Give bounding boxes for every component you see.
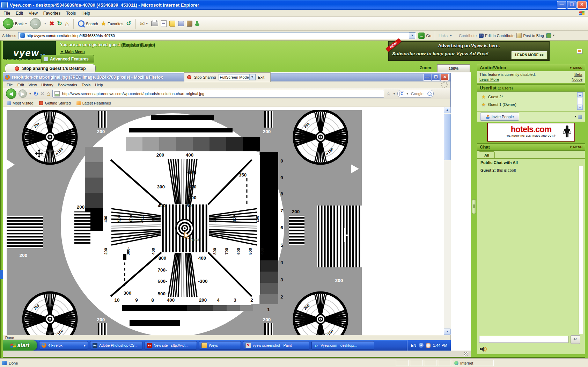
audio-video-header[interactable]: Audio/Video ▼ MENU bbox=[477, 64, 585, 71]
address-input[interactable] bbox=[26, 33, 409, 38]
scroll-up-icon[interactable]: ▲ bbox=[444, 107, 451, 113]
panel-divider[interactable] bbox=[472, 199, 476, 214]
ff-menu-bookmarks[interactable]: Bookmarks bbox=[58, 83, 77, 87]
invite-people-button[interactable]: Invite People bbox=[480, 113, 519, 121]
screen-mode-select[interactable]: FullScreen Mode▼ bbox=[219, 74, 256, 80]
back-button[interactable]: ←Back▼ bbox=[3, 18, 27, 29]
ie-menu-view[interactable]: View bbox=[29, 11, 38, 16]
edit-in-contribute-link[interactable]: Ct Edit in Contribute bbox=[479, 34, 514, 38]
taskbar-button-firefox[interactable]: 4 Firefox▾ bbox=[39, 341, 88, 350]
userlist-options-dropdown-icon[interactable]: ▼ bbox=[574, 115, 577, 118]
history-icon[interactable]: ↺ bbox=[126, 21, 131, 27]
bookmark-star-icon[interactable]: ☆ bbox=[386, 91, 391, 97]
resize-grip-icon[interactable] bbox=[464, 352, 468, 356]
overlay-stop-sharing[interactable]: Stop Sharing bbox=[194, 75, 216, 79]
notes-icon[interactable] bbox=[169, 21, 175, 27]
ff-home-icon[interactable]: ⌂ bbox=[46, 90, 50, 98]
ff-refresh-icon[interactable]: ↻ bbox=[34, 91, 38, 97]
scrollbar-thumb[interactable] bbox=[444, 114, 451, 160]
refresh-icon[interactable]: ↻ bbox=[57, 21, 62, 27]
notice-link[interactable]: Notice bbox=[572, 77, 582, 81]
chat-sound-icon[interactable] bbox=[480, 346, 487, 352]
learn-more-button[interactable]: LEARN MORE >> bbox=[512, 51, 547, 59]
edit-icon[interactable] bbox=[161, 20, 167, 27]
combo-dropdown-icon[interactable]: ▼ bbox=[249, 74, 255, 80]
discuss-icon[interactable] bbox=[178, 21, 184, 26]
tray-collapse-icon[interactable]: ◀ bbox=[419, 343, 424, 348]
links-chevron-icon[interactable]: » bbox=[450, 34, 452, 37]
userlist-settings-icon[interactable] bbox=[578, 115, 582, 119]
ff-url-input[interactable] bbox=[61, 91, 382, 96]
bookmark-most-visited[interactable]: Most Visited bbox=[7, 101, 34, 105]
ff-menu-history[interactable]: History bbox=[41, 83, 53, 87]
userlist-scroll-up-icon[interactable]: ▲ bbox=[577, 92, 583, 97]
contribute-link[interactable]: Contribute bbox=[459, 34, 477, 38]
taskbar-button-folder[interactable]: Weys bbox=[199, 341, 241, 350]
ff-back-button[interactable]: ◀ bbox=[6, 88, 16, 99]
hotels-ad[interactable]: hotels.com WE KNOW HOTELS INSIDE AND OUT… bbox=[487, 123, 575, 142]
tab-desktop-share[interactable]: Desktop Share bbox=[4, 56, 36, 61]
userlist-scroll-track[interactable] bbox=[577, 97, 583, 105]
ff-minimize-button[interactable]: — bbox=[423, 74, 431, 81]
ie-menu-file[interactable]: File bbox=[3, 11, 10, 16]
research-icon[interactable] bbox=[187, 21, 192, 27]
ff-history-dropdown-icon[interactable]: ▼ bbox=[29, 93, 31, 95]
ff-menu-file[interactable]: File bbox=[7, 83, 13, 87]
search-button[interactable]: Search bbox=[78, 20, 98, 27]
forward-button[interactable]: → bbox=[30, 18, 41, 29]
taskbar-button-paint[interactable]: ✎vyew screenshot - Paint bbox=[243, 341, 309, 350]
tray-language[interactable]: EN bbox=[411, 343, 416, 347]
userlist-row[interactable]: ★Guest 2* bbox=[482, 93, 585, 101]
bookmark-getting-started[interactable]: Getting Started bbox=[39, 101, 71, 105]
close-button[interactable]: ✕ bbox=[577, 1, 587, 9]
taskbar-button-photoshop[interactable]: PsAdobe Photoshop CS... bbox=[90, 341, 142, 350]
chat-tab-all[interactable]: All bbox=[479, 151, 495, 159]
ie-menu-help[interactable]: Help bbox=[81, 11, 90, 16]
links-label[interactable]: Links bbox=[439, 34, 448, 38]
stop-sharing-desktop-button[interactable]: Stop Sharing Guest 1's Desktop bbox=[5, 64, 96, 73]
url-dropdown-icon[interactable]: ▼ bbox=[393, 93, 395, 95]
beta-link[interactable]: Beta bbox=[574, 72, 582, 77]
register-link[interactable]: (Register) bbox=[121, 42, 141, 47]
ie-menu-edit[interactable]: Edit bbox=[16, 11, 23, 16]
post-to-blog-link[interactable]: Post to Blog bbox=[516, 33, 544, 38]
ie-menu-tools[interactable]: Tools bbox=[66, 11, 76, 16]
ff-search-field[interactable]: G ▼ bbox=[397, 90, 434, 98]
audio-video-menu[interactable]: ▼ MENU bbox=[569, 66, 582, 70]
chat-scrollbar-track[interactable] bbox=[579, 166, 583, 334]
ff-menu-edit[interactable]: Edit bbox=[17, 83, 24, 87]
scroll-down-icon[interactable]: ▼ bbox=[444, 329, 451, 335]
ff-stop-icon[interactable]: ✕ bbox=[40, 91, 44, 96]
messenger-icon[interactable] bbox=[195, 21, 200, 26]
maximize-button[interactable]: ❐ bbox=[567, 1, 576, 9]
go-button[interactable]: → Go bbox=[418, 33, 431, 39]
minimize-button[interactable]: — bbox=[557, 1, 566, 9]
favorites-button[interactable]: ★Favorites bbox=[101, 20, 124, 27]
mail-button[interactable]: ✉▼ bbox=[140, 21, 148, 27]
ff-vertical-scrollbar[interactable]: ▲ ▼ bbox=[444, 107, 451, 335]
ff-maximize-button[interactable]: ❐ bbox=[432, 74, 440, 81]
ff-url-field[interactable] bbox=[52, 90, 384, 98]
taskbar-button-filezilla[interactable]: FzNew site - sftp://vict... bbox=[145, 341, 197, 350]
chat-send-button[interactable]: ↵ bbox=[571, 335, 580, 344]
address-field[interactable]: ▼ bbox=[18, 32, 416, 39]
ff-menu-help[interactable]: Help bbox=[95, 83, 103, 87]
bookmark-latest-headlines[interactable]: Latest Headlines bbox=[76, 101, 111, 105]
ie-menu-favorites[interactable]: Favorites bbox=[43, 11, 60, 16]
userlist-header[interactable]: Userlist (2 users) bbox=[477, 84, 585, 92]
tab-advanced-features[interactable]: Advanced Features bbox=[41, 55, 94, 63]
login-link[interactable]: (Login) bbox=[141, 42, 155, 47]
ff-menu-view[interactable]: View bbox=[29, 83, 37, 87]
java-tray-icon[interactable] bbox=[426, 343, 431, 348]
chat-input[interactable] bbox=[479, 336, 568, 343]
zoom-value-button[interactable]: 100% bbox=[437, 64, 470, 73]
ff-search-input[interactable] bbox=[410, 91, 426, 96]
main-menu-link[interactable]: ▼ Main Menu bbox=[60, 50, 85, 54]
userlist-row[interactable]: ★Guest 1 (Owner) bbox=[482, 101, 585, 108]
userlist-scroll-down-icon[interactable]: ▼ bbox=[577, 105, 583, 110]
learn-more-link[interactable]: Learn More bbox=[479, 77, 499, 81]
start-button[interactable]: start bbox=[3, 340, 37, 351]
ff-forward-button[interactable]: ▶ bbox=[19, 89, 27, 98]
chat-menu[interactable]: ▼ MENU bbox=[569, 145, 582, 149]
popout-icon[interactable] bbox=[577, 49, 582, 54]
